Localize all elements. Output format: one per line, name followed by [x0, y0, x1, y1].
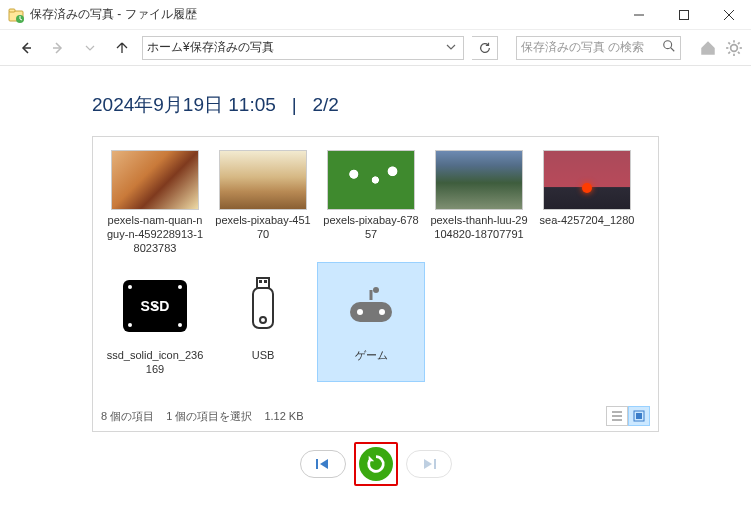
- svg-rect-21: [259, 280, 262, 283]
- address-dropdown-icon[interactable]: [443, 41, 459, 55]
- svg-rect-35: [434, 459, 436, 469]
- version-heading: 2024年9月19日 11:05 | 2/2: [92, 92, 659, 118]
- file-item[interactable]: pexels-nam-quan-nguy-n-459228913-1802378…: [101, 145, 209, 260]
- address-bar[interactable]: ホーム¥保存済みの写真: [142, 36, 464, 60]
- svg-point-28: [379, 309, 385, 315]
- restore-highlight: [354, 442, 398, 486]
- file-label: pexels-pixabay-67857: [321, 214, 421, 242]
- ssd-icon: SSD: [111, 267, 199, 345]
- file-panel: pexels-nam-quan-nguy-n-459228913-1802378…: [92, 136, 659, 432]
- file-item[interactable]: SSDssd_solid_icon_236169: [101, 262, 209, 382]
- heading-separator: |: [292, 94, 297, 115]
- status-count: 8 個の項目: [101, 409, 154, 424]
- svg-line-19: [738, 42, 740, 44]
- svg-line-17: [738, 51, 740, 53]
- back-button[interactable]: [14, 36, 38, 60]
- svg-point-27: [357, 309, 363, 315]
- version-controls: [92, 442, 659, 486]
- image-thumbnail: [111, 150, 199, 210]
- svg-point-25: [373, 287, 379, 293]
- file-label: ssd_solid_icon_236169: [105, 349, 205, 377]
- content-area: 2024年9月19日 11:05 | 2/2 pexels-nam-quan-n…: [0, 66, 751, 486]
- image-thumbnail: [435, 150, 523, 210]
- file-item[interactable]: USB: [209, 262, 317, 382]
- file-item[interactable]: pexels-pixabay-67857: [317, 145, 425, 260]
- file-item[interactable]: pexels-thanh-luu-29104820-18707791: [425, 145, 533, 260]
- svg-rect-1: [9, 9, 15, 12]
- navigation-bar: ホーム¥保存済みの写真 保存済みの写真 の検索: [0, 30, 751, 66]
- recent-dropdown[interactable]: [78, 36, 102, 60]
- file-label: pexels-pixabay-45170: [213, 214, 313, 242]
- svg-point-11: [731, 44, 738, 51]
- title-bar: 保存済みの写真 - ファイル履歴: [0, 0, 751, 30]
- details-view-button[interactable]: [606, 406, 628, 426]
- svg-rect-4: [679, 10, 688, 19]
- svg-rect-20: [257, 278, 269, 288]
- file-label: pexels-nam-quan-nguy-n-459228913-1802378…: [105, 214, 205, 255]
- refresh-button[interactable]: [472, 36, 498, 60]
- minimize-button[interactable]: [616, 0, 661, 30]
- svg-rect-33: [636, 413, 642, 419]
- svg-point-24: [260, 317, 266, 323]
- file-item[interactable]: pexels-pixabay-45170: [209, 145, 317, 260]
- maximize-button[interactable]: [661, 0, 706, 30]
- window-title: 保存済みの写真 - ファイル履歴: [30, 6, 197, 23]
- image-thumbnail: [327, 150, 415, 210]
- search-box[interactable]: 保存済みの写真 の検索: [516, 36, 681, 60]
- search-placeholder: 保存済みの写真 の検索: [521, 39, 644, 56]
- status-selection: 1 個の項目を選択: [166, 409, 252, 424]
- address-text: ホーム¥保存済みの写真: [147, 39, 274, 56]
- version-page: 2/2: [312, 94, 338, 115]
- svg-rect-26: [350, 302, 392, 322]
- previous-version-button[interactable]: [300, 450, 346, 478]
- file-label: ゲーム: [355, 349, 388, 363]
- file-label: USB: [252, 349, 275, 363]
- version-datetime: 2024年9月19日 11:05: [92, 94, 276, 115]
- up-button[interactable]: [110, 36, 134, 60]
- file-item[interactable]: sea-4257204_1280: [533, 145, 641, 260]
- game-icon: [327, 267, 415, 345]
- file-label: sea-4257204_1280: [540, 214, 635, 228]
- svg-line-18: [728, 51, 730, 53]
- close-button[interactable]: [706, 0, 751, 30]
- svg-rect-22: [264, 280, 267, 283]
- svg-point-9: [664, 41, 672, 49]
- svg-rect-34: [316, 459, 318, 469]
- app-icon: [8, 7, 24, 23]
- file-item[interactable]: ゲーム: [317, 262, 425, 382]
- restore-button[interactable]: [359, 447, 393, 481]
- svg-line-16: [728, 42, 730, 44]
- status-size: 1.12 KB: [264, 410, 303, 422]
- file-grid: pexels-nam-quan-nguy-n-459228913-1802378…: [101, 145, 650, 382]
- status-bar: 8 個の項目 1 個の項目を選択 1.12 KB: [101, 405, 650, 427]
- usb-icon: [219, 267, 307, 345]
- image-thumbnail: [543, 150, 631, 210]
- search-icon: [662, 39, 676, 56]
- forward-button[interactable]: [46, 36, 70, 60]
- home-icon[interactable]: [699, 39, 717, 57]
- next-version-button[interactable]: [406, 450, 452, 478]
- svg-line-10: [671, 48, 675, 52]
- file-label: pexels-thanh-luu-29104820-18707791: [429, 214, 529, 242]
- gear-icon[interactable]: [725, 39, 743, 57]
- thumbnails-view-button[interactable]: [628, 406, 650, 426]
- image-thumbnail: [219, 150, 307, 210]
- window-controls: [616, 0, 751, 30]
